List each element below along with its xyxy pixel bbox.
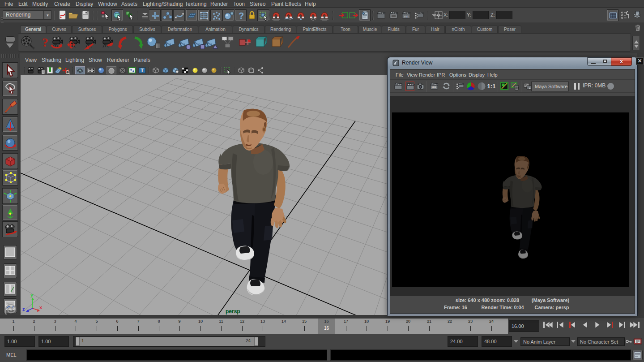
svg-text:T: T	[141, 68, 144, 73]
svg-text:?: ?	[239, 11, 244, 21]
svg-text:y: y	[30, 292, 34, 297]
svg-text:IPR: IPR	[432, 86, 436, 89]
svg-text:?: ?	[42, 35, 48, 49]
svg-text:IPR: IPR	[404, 15, 409, 18]
svg-text:z: z	[22, 306, 25, 312]
svg-text:x: x	[39, 305, 43, 310]
